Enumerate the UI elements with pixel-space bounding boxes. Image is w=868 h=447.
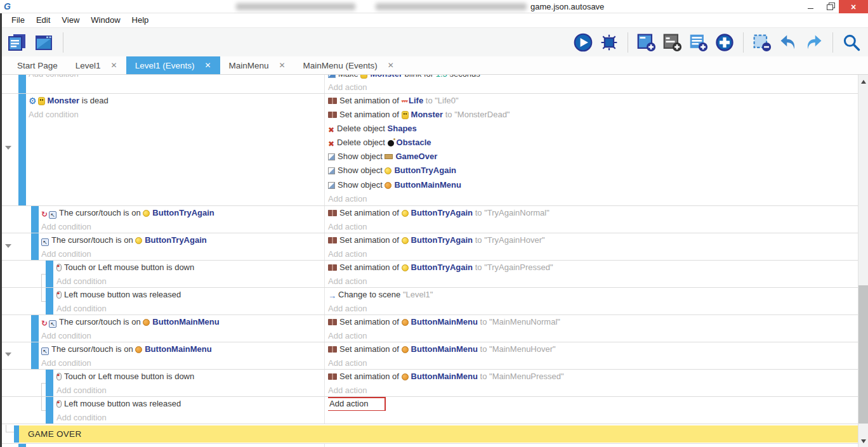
- coin-o-icon: [143, 319, 150, 326]
- delete-event-icon[interactable]: [752, 32, 772, 53]
- instruction-text: Left mouse button was released: [64, 290, 181, 299]
- action-row[interactable]: Show object ButtonMainMenu: [328, 178, 858, 192]
- object-name: GameOver: [395, 152, 437, 161]
- action-row[interactable]: Set animation of ButtonTryAgain to "TryA…: [328, 206, 858, 220]
- add-action-button[interactable]: Add action: [328, 82, 367, 92]
- add-action-button[interactable]: Add action: [328, 304, 367, 313]
- action-row[interactable]: Show object GameOver: [328, 150, 858, 164]
- add-comment-icon[interactable]: [662, 32, 683, 53]
- event-selection-bar[interactable]: [18, 444, 26, 447]
- mouse-icon: [56, 373, 62, 380]
- tab-close-icon[interactable]: ✕: [279, 61, 286, 70]
- tab-label: MainMenu: [229, 61, 269, 70]
- add-action-button[interactable]: Add action: [328, 222, 367, 231]
- action-row[interactable]: Set animation of ButtonMainMenu to "Main…: [328, 315, 858, 329]
- condition-row[interactable]: ↖The cursor/touch is on ButtonTryAgain: [41, 233, 324, 247]
- object-name: ButtonMainMenu: [152, 317, 219, 327]
- condition-row[interactable]: ↻↖The cursor/touch is on ButtonMainMenu: [41, 315, 324, 329]
- add-condition-button[interactable]: Add condition: [29, 75, 79, 79]
- conditions-cell: ↖The cursor/touch is on ButtonTryAgainAd…: [2, 233, 325, 260]
- scroll-up-icon[interactable]: [861, 80, 866, 84]
- add-condition-button[interactable]: Add condition: [41, 331, 91, 340]
- add-subevent-icon[interactable]: [688, 32, 709, 53]
- add-condition-button[interactable]: Add condition: [41, 249, 91, 259]
- collapse-arrow-icon[interactable]: [5, 244, 11, 248]
- add-condition-button[interactable]: Add condition: [41, 358, 91, 368]
- tab-start-page[interactable]: Start Page: [8, 56, 67, 74]
- scrollbar-thumb[interactable]: [858, 285, 868, 424]
- restore-button[interactable]: [820, 0, 839, 13]
- add-condition-button[interactable]: Add condition: [29, 110, 79, 119]
- minimize-button[interactable]: [801, 0, 820, 13]
- monster-icon: [402, 111, 409, 119]
- add-action-button[interactable]: Add action: [328, 276, 367, 286]
- action-row[interactable]: Set animation of Monster to "MonsterDead…: [328, 108, 858, 122]
- tab-level1-events[interactable]: Level1 (Events) ✕: [126, 56, 220, 74]
- undo-icon[interactable]: [778, 32, 798, 53]
- redo-icon[interactable]: [804, 32, 824, 53]
- tab-close-icon[interactable]: ✕: [111, 61, 117, 70]
- action-row[interactable]: Make Monster blink for 1.5 seconds: [328, 75, 858, 81]
- action-row[interactable]: Set animation of ButtonTryAgain to "TryA…: [328, 261, 858, 275]
- vertical-scrollbar[interactable]: [858, 75, 868, 447]
- menu-item-help[interactable]: Help: [126, 13, 155, 27]
- debugger-icon[interactable]: [599, 32, 619, 53]
- add-action-button[interactable]: Add action: [328, 194, 367, 204]
- condition-row[interactable]: ↖The cursor/touch is on ButtonMainMenu: [41, 342, 324, 356]
- add-action-button[interactable]: Add action: [328, 249, 367, 259]
- collapse-arrow-icon[interactable]: [5, 146, 11, 150]
- menu-item-window[interactable]: Window: [85, 13, 126, 27]
- tab-close-icon[interactable]: ✕: [204, 61, 211, 70]
- menu-item-file[interactable]: File: [6, 13, 30, 27]
- instruction-text: Touch or Left mouse button is down: [64, 262, 194, 272]
- object-name: ButtonTryAgain: [152, 208, 214, 217]
- scroll-down-icon[interactable]: [861, 439, 866, 443]
- conditions-cell: Left mouse button was releasedAdd condit…: [2, 397, 325, 424]
- add-condition-button[interactable]: Add condition: [56, 385, 107, 395]
- scene-editor-icon[interactable]: [34, 32, 54, 53]
- condition-row[interactable]: ↻↖The cursor/touch is on ButtonTryAgain: [41, 206, 324, 220]
- add-condition-button[interactable]: Add condition: [56, 276, 107, 286]
- action-row[interactable]: →Change to scene "Level1": [328, 288, 858, 302]
- menu-item-view[interactable]: View: [56, 13, 85, 27]
- add-condition-button[interactable]: Add condition: [56, 304, 107, 313]
- comment-game-over[interactable]: GAME OVER: [2, 425, 858, 443]
- event-bottom-partial: [2, 443, 858, 447]
- action-row[interactable]: ✖Delete object Shapes: [328, 122, 858, 136]
- instruction-text: "MainMenuNormal": [489, 317, 560, 327]
- comment-text: GAME OVER: [19, 429, 81, 439]
- add-action-button[interactable]: Add action: [328, 385, 367, 395]
- tab-mainmenu[interactable]: MainMenu ✕: [220, 56, 294, 74]
- tab-close-icon[interactable]: ✕: [388, 61, 394, 70]
- condition-row[interactable]: Touch or Left mouse button is down: [56, 370, 324, 384]
- add-other-event-icon[interactable]: [714, 32, 735, 53]
- project-manager-icon[interactable]: [7, 32, 27, 53]
- add-condition-button[interactable]: Add condition: [56, 413, 107, 422]
- instruction-text: is dead: [79, 96, 109, 105]
- tab-level1[interactable]: Level1 ✕: [67, 56, 126, 74]
- object-name: ButtonMainMenu: [411, 344, 478, 354]
- action-row[interactable]: Show object ButtonTryAgain: [328, 164, 858, 178]
- menu-item-edit[interactable]: Edit: [30, 13, 56, 27]
- condition-row[interactable]: Left mouse button was released: [56, 397, 324, 411]
- add-action-button[interactable]: Add action: [328, 358, 367, 368]
- add-condition-button[interactable]: Add condition: [41, 222, 91, 231]
- tab-mainmenu-events[interactable]: MainMenu (Events) ✕: [294, 56, 403, 74]
- action-row[interactable]: Set animation of ButtonMainMenu to "Main…: [328, 342, 858, 356]
- close-button[interactable]: ×: [839, 0, 868, 13]
- add-action-button-highlighted[interactable]: Add action: [328, 397, 386, 411]
- action-row[interactable]: Set animation of ButtonMainMenu to "Main…: [328, 370, 858, 384]
- coin-y-icon: [143, 210, 150, 217]
- search-icon[interactable]: [841, 32, 862, 53]
- condition-row[interactable]: Left mouse button was released: [56, 288, 324, 302]
- preview-play-icon[interactable]: [573, 32, 593, 53]
- condition-row[interactable]: ⚙Monster is dead: [29, 94, 324, 108]
- condition-row[interactable]: Touch or Left mouse button is down: [56, 261, 324, 275]
- add-action-button[interactable]: Add action: [328, 331, 367, 340]
- instruction-text: The cursor/touch is on: [59, 208, 143, 217]
- action-row[interactable]: ✖Delete object Obstacle: [328, 136, 858, 150]
- action-row[interactable]: Set animation of ButtonTryAgain to "TryA…: [328, 233, 858, 247]
- action-row[interactable]: Set animation of ♥♥♥Life to "Life0": [328, 94, 858, 108]
- add-event-icon[interactable]: [636, 32, 657, 53]
- collapse-arrow-icon[interactable]: [5, 353, 11, 356]
